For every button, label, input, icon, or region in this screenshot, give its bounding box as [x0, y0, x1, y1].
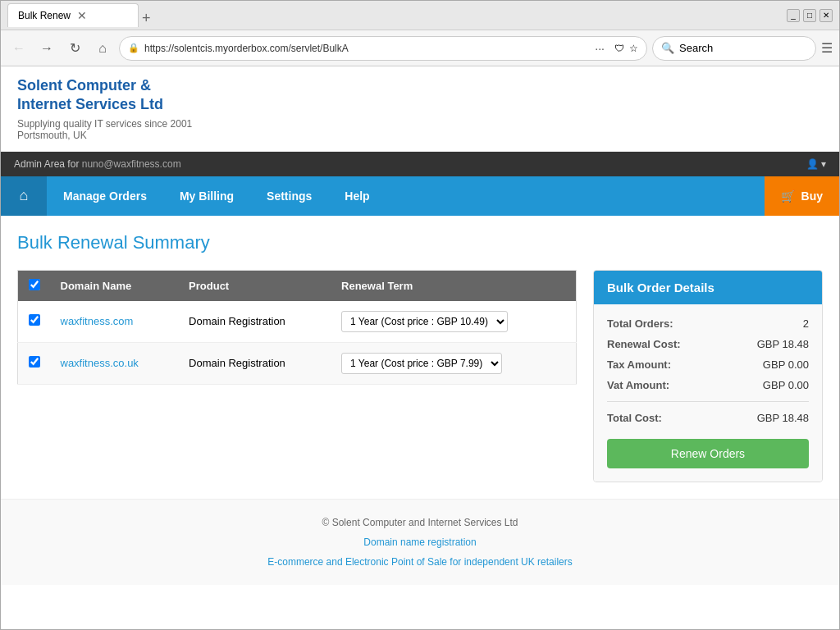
order-divider: [607, 401, 809, 402]
vat-label: Vat Amount:: [607, 379, 669, 391]
user-icon[interactable]: 👤 ▾: [806, 158, 826, 170]
main-navigation: ⌂ Manage Orders My Billing Settings Help…: [1, 176, 839, 216]
order-row-renewal-cost: Renewal Cost: GBP 18.48: [607, 338, 809, 350]
home-nav-button[interactable]: ⌂: [1, 176, 47, 216]
row1-renewal: 1 Year (Cost price : GBP 10.49): [331, 301, 576, 343]
order-row-total-orders: Total Orders: 2: [607, 317, 809, 330]
more-options-button[interactable]: ···: [590, 40, 609, 57]
row1-domain: waxfitness.com: [51, 301, 180, 343]
table-col-product: Product: [179, 270, 331, 301]
footer-link-domain[interactable]: Domain name registration: [363, 536, 476, 548]
nav-help[interactable]: Help: [328, 176, 386, 216]
site-footer: © Solent Computer and Internet Services …: [1, 499, 839, 585]
address-bar[interactable]: 🔒 https://solentcis.myorderbox.com/servl…: [119, 36, 647, 61]
nav-settings[interactable]: Settings: [250, 176, 328, 216]
shield-icon: 🛡: [614, 43, 624, 54]
cart-icon: 🛒: [781, 189, 795, 203]
tax-label: Tax Amount:: [607, 358, 671, 371]
renewal-cost-label: Renewal Cost:: [607, 338, 681, 350]
order-box: Bulk Order Details Total Orders: 2 Renew…: [593, 270, 823, 482]
active-tab[interactable]: Bulk Renew ✕: [7, 3, 139, 27]
company-tagline: Supplying quality IT services since 2001…: [17, 118, 823, 141]
browser-window: Bulk Renew ✕ + _ □ ✕ ← → ↻ ⌂ 🔒 https://s…: [0, 0, 840, 630]
row1-product: Domain Registration: [179, 301, 331, 343]
browser-titlebar: Bulk Renew ✕ + _ □ ✕: [1, 1, 839, 30]
close-button[interactable]: ✕: [819, 9, 833, 22]
renewal-table-section: Domain Name Product Renewal Term: [17, 270, 577, 482]
row2-product: Domain Registration: [179, 342, 331, 384]
row2-checkbox-cell: [18, 342, 51, 384]
buy-button[interactable]: 🛒 Buy: [765, 176, 839, 216]
tab-title: Bulk Renew: [18, 10, 71, 21]
renew-orders-button[interactable]: Renew Orders: [607, 439, 809, 468]
order-box-header: Bulk Order Details: [594, 271, 822, 304]
row1-checkbox[interactable]: [29, 314, 40, 326]
security-icon: 🔒: [128, 43, 139, 53]
order-row-tax: Tax Amount: GBP 0.00: [607, 358, 809, 371]
admin-label: Admin Area for nuno@waxfitness.com: [14, 158, 181, 170]
total-cost-value: GBP 18.48: [757, 412, 809, 424]
buy-label: Buy: [801, 189, 823, 203]
content-layout: Domain Name Product Renewal Term: [17, 270, 823, 482]
table-row: waxfitness.com Domain Registration 1 Yea…: [18, 301, 577, 343]
renewal-table: Domain Name Product Renewal Term: [17, 270, 577, 385]
renewal-cost-value: GBP 18.48: [757, 338, 809, 350]
table-col-renewal: Renewal Term: [331, 270, 576, 301]
tax-value: GBP 0.00: [763, 358, 809, 371]
row2-checkbox[interactable]: [29, 356, 40, 368]
table-col-domain: Domain Name: [51, 270, 180, 301]
order-box-body: Total Orders: 2 Renewal Cost: GBP 18.48 …: [594, 304, 822, 482]
tab-close-button[interactable]: ✕: [77, 9, 87, 22]
row1-checkbox-cell: [18, 301, 51, 343]
maximize-button[interactable]: □: [803, 9, 816, 22]
browser-menu-button[interactable]: ☰: [821, 40, 833, 56]
order-details-section: Bulk Order Details Total Orders: 2 Renew…: [593, 270, 823, 482]
vat-value: GBP 0.00: [763, 379, 809, 391]
browser-toolbar: ← → ↻ ⌂ 🔒 https://solentcis.myorderbox.c…: [1, 30, 839, 66]
minimize-button[interactable]: _: [787, 9, 800, 22]
row1-domain-link[interactable]: waxfitness.com: [61, 315, 134, 327]
page-title: Bulk Renewal Summary: [17, 232, 823, 253]
back-button[interactable]: ←: [7, 37, 30, 60]
forward-button[interactable]: →: [35, 37, 58, 60]
nav-manage-orders[interactable]: Manage Orders: [47, 176, 163, 216]
window-controls: _ □ ✕: [787, 9, 833, 22]
row2-domain: waxfitness.co.uk: [51, 342, 180, 384]
table-row: waxfitness.co.uk Domain Registration 1 Y…: [18, 342, 577, 384]
bookmark-icon: ☆: [629, 43, 638, 54]
page-content: Solent Computer & Internet Services Ltd …: [1, 66, 839, 629]
row2-renewal-select[interactable]: 1 Year (Cost price : GBP 7.99): [341, 353, 502, 374]
order-row-total-cost: Total Cost: GBP 18.48: [607, 412, 809, 424]
url-text: https://solentcis.myorderbox.com/servlet…: [144, 43, 585, 54]
total-cost-label: Total Cost:: [607, 412, 662, 424]
row1-renewal-select[interactable]: 1 Year (Cost price : GBP 10.49): [341, 311, 508, 332]
home-button[interactable]: ⌂: [91, 37, 114, 60]
tab-bar: Bulk Renew ✕ +: [7, 3, 780, 27]
total-orders-label: Total Orders:: [607, 317, 673, 330]
nav-my-billing[interactable]: My Billing: [163, 176, 250, 216]
main-content: Bulk Renewal Summary Domain Name Product: [1, 216, 839, 499]
order-row-vat: Vat Amount: GBP 0.00: [607, 379, 809, 391]
search-placeholder: Search: [679, 42, 713, 54]
admin-email: nuno@waxfitness.com: [82, 158, 181, 170]
site-header: Solent Computer & Internet Services Ltd …: [1, 66, 839, 152]
search-icon: 🔍: [661, 42, 674, 54]
footer-copyright: © Solent Computer and Internet Services …: [14, 513, 826, 532]
new-tab-button[interactable]: +: [142, 10, 151, 27]
select-all-checkbox[interactable]: [29, 279, 40, 290]
footer-link-ecommerce[interactable]: E-commerce and Electronic Point of Sale …: [267, 556, 573, 568]
table-col-checkbox: [18, 270, 51, 301]
search-bar[interactable]: 🔍 Search: [652, 36, 816, 61]
row2-domain-link[interactable]: waxfitness.co.uk: [61, 357, 139, 369]
total-orders-value: 2: [803, 317, 809, 330]
refresh-button[interactable]: ↻: [63, 37, 86, 60]
admin-bar: Admin Area for nuno@waxfitness.com 👤 ▾: [1, 152, 839, 176]
row2-renewal: 1 Year (Cost price : GBP 7.99): [331, 342, 576, 384]
company-name: Solent Computer & Internet Services Ltd: [17, 76, 823, 115]
